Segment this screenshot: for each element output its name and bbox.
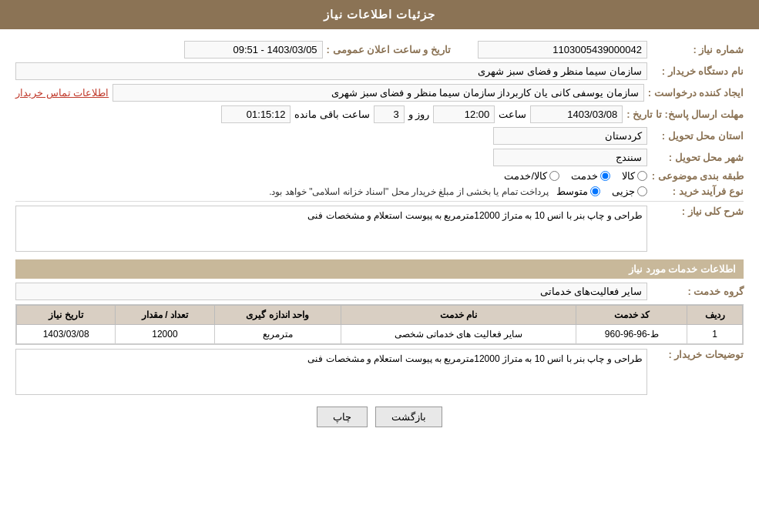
purchase-option-mottavasset: متوسط (556, 186, 600, 197)
page-container: جزئیات اطلاعات نیاز شماره نیاز : 1103005… (0, 0, 759, 532)
need-number-label: شماره نیاز : (651, 44, 744, 55)
remaining-label: ساعت باقی مانده (294, 109, 369, 120)
col-header-code: کد خدمت (576, 306, 687, 325)
service-group-row: گروه خدمت : سایر فعالیت‌های خدماتی (15, 283, 744, 300)
purchase-radio-jozii[interactable] (637, 186, 647, 196)
remaining-value: 01:15:12 (221, 105, 291, 123)
response-days-value: 3 (374, 105, 405, 123)
category-label: طبقه بندی موضوعی : (651, 170, 744, 182)
purchase-note: پرداخت تمام یا بخشی از مبلغ خریدار محل "… (269, 186, 549, 197)
city-label: شهر محل تحویل : (651, 152, 744, 163)
response-deadline-row: مهلت ارسال پاسخ: تا تاریخ : 1403/03/08 س… (15, 105, 744, 123)
main-content: شماره نیاز : 1103005439000042 تاریخ و سا… (0, 29, 759, 447)
button-bar: بازگشت چاپ (15, 407, 744, 427)
creator-row: ایجاد کننده درخواست : سازمان یوسفی کانی … (15, 84, 744, 102)
table-row: 1ط-96-96-960سایر فعالیت های خدماتی شخصیم… (17, 325, 743, 344)
col-header-unit: واحد اندازه گیری (214, 306, 341, 325)
need-number-value: 1103005439000042 (478, 41, 647, 59)
purchase-label-mottavasset: متوسط (556, 186, 588, 197)
table-header-row: ردیف کد خدمت نام خدمت واحد اندازه گیری ت… (17, 306, 743, 325)
divider1 (15, 201, 744, 202)
purchase-type-label: نوع فرآیند خرید : (651, 186, 744, 197)
city-value: سنندج (493, 149, 647, 166)
purchase-type-row: نوع فرآیند خرید : جزیی متوسط پرداخت تمام… (15, 186, 744, 197)
purchase-label-jozii: جزیی (612, 186, 635, 197)
service-group-label: گروه خدمت : (651, 286, 744, 297)
response-time-value: 12:00 (433, 105, 495, 123)
need-description-label: شرح کلی نیاز : (651, 206, 744, 217)
purchase-radio-mottavasset[interactable] (590, 186, 600, 196)
need-number-row: شماره نیاز : 1103005439000042 تاریخ و سا… (15, 41, 744, 59)
buyer-org-value: سازمان سیما منظر و فضای سبز شهری (15, 62, 647, 80)
table-cell-row: 1 (687, 325, 743, 344)
date-announce-label: تاریخ و ساعت اعلان عمومی : (327, 44, 451, 55)
services-section-header: اطلاعات خدمات مورد نیاز (15, 259, 744, 279)
purchase-radio-group: جزیی متوسط (556, 186, 647, 197)
table-cell-date: 1403/03/08 (17, 325, 116, 344)
table-body: 1ط-96-96-960سایر فعالیت های خدماتی شخصیم… (17, 325, 743, 344)
category-label-kala-khedmat: کالا/خدمت (504, 170, 547, 182)
city-row: شهر محل تحویل : سنندج (15, 149, 744, 166)
category-option-khedmat: خدمت (571, 170, 610, 182)
service-group-value: سایر فعالیت‌های خدماتی (15, 283, 647, 300)
table-cell-name: سایر فعالیت های خدماتی شخصی (341, 325, 576, 344)
category-row: طبقه بندی موضوعی : کالا خدمت کالا/خدمت (15, 170, 744, 182)
creator-link[interactable]: اطلاعات تماس خریدار (15, 87, 109, 99)
category-option-kala: کالا (622, 170, 647, 182)
province-value: کردستان (493, 127, 647, 145)
page-title: جزئیات اطلاعات نیاز (324, 8, 435, 21)
col-header-date: تاریخ نیاز (17, 306, 116, 325)
response-date: 1403/03/08 (530, 105, 623, 123)
date-announce-value: 1403/03/05 - 09:51 (184, 41, 323, 59)
category-radio-group: کالا خدمت کالا/خدمت (504, 170, 647, 182)
province-label: استان محل تحویل : (651, 130, 744, 142)
category-radio-kala-khedmat[interactable] (549, 171, 559, 181)
buyer-desc-label: توضیحات خریدار : (651, 349, 744, 360)
page-header: جزئیات اطلاعات نیاز (0, 0, 759, 29)
need-description-value: طراحی و چاپ بنر با انس 10 به متراژ 12000… (15, 206, 647, 252)
category-label-khedmat: خدمت (571, 170, 598, 182)
buyer-org-label: نام دستگاه خریدار : (651, 65, 744, 77)
category-option-kala-khedmat: کالا/خدمت (504, 170, 559, 182)
services-table-wrapper: ردیف کد خدمت نام خدمت واحد اندازه گیری ت… (15, 304, 744, 345)
creator-value: سازمان یوسفی کانی یان کاربرداز سازمان سی… (113, 84, 644, 102)
creator-label: ایجاد کننده درخواست : (648, 87, 744, 99)
response-deadline-label: مهلت ارسال پاسخ: تا تاریخ : (626, 109, 744, 120)
table-cell-quantity: 12000 (116, 325, 214, 344)
table-cell-code: ط-96-96-960 (576, 325, 687, 344)
print-button[interactable]: چاپ (317, 407, 368, 427)
category-label-kala: کالا (622, 170, 635, 182)
buyer-org-row: نام دستگاه خریدار : سازمان سیما منظر و ف… (15, 62, 744, 80)
col-header-row: ردیف (687, 306, 743, 325)
category-radio-khedmat[interactable] (600, 171, 610, 181)
back-button[interactable]: بازگشت (375, 407, 442, 427)
buyer-desc-value: طراحی و چاپ بنر با انس 10 به متراژ 12000… (15, 349, 647, 395)
category-radio-kala[interactable] (637, 171, 647, 181)
services-table: ردیف کد خدمت نام خدمت واحد اندازه گیری ت… (16, 305, 743, 344)
need-description-row: شرح کلی نیاز : طراحی و چاپ بنر با انس 10… (15, 206, 744, 252)
response-days-label: روز و (408, 109, 430, 120)
buyer-desc-row: توضیحات خریدار : طراحی و چاپ بنر با انس … (15, 349, 744, 395)
response-time-label: ساعت (499, 109, 526, 120)
province-row: استان محل تحویل : کردستان (15, 127, 744, 145)
table-cell-unit: مترمربع (214, 325, 341, 344)
purchase-option-jozii: جزیی (612, 186, 647, 197)
col-header-name: نام خدمت (341, 306, 576, 325)
col-header-quantity: تعداد / مقدار (116, 306, 214, 325)
